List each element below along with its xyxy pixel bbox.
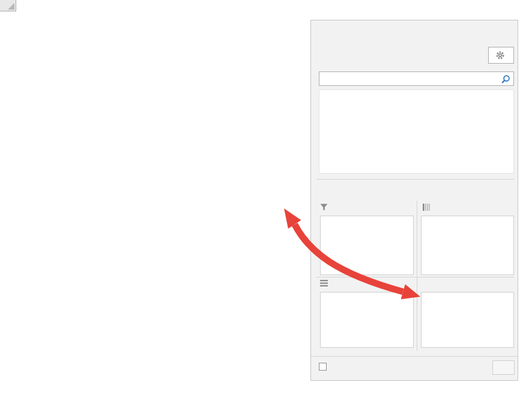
select-all-triangle-icon xyxy=(8,3,14,10)
search-input[interactable] xyxy=(322,73,498,85)
area-divider-vertical xyxy=(417,201,417,351)
field-search-box xyxy=(319,71,514,86)
gear-icon xyxy=(495,50,505,60)
excel-worksheet xyxy=(0,0,532,403)
area-divider-horizontal xyxy=(316,277,514,277)
columns-drop-area[interactable] xyxy=(421,216,514,275)
rows-icon xyxy=(320,280,328,286)
tools-button[interactable] xyxy=(488,47,514,64)
update-button[interactable] xyxy=(492,360,515,375)
search-icon[interactable] xyxy=(501,74,510,84)
defer-layout-checkbox[interactable] xyxy=(319,363,327,371)
filters-area-label xyxy=(320,204,332,211)
arrowhead-to-total-cell xyxy=(284,208,301,229)
columns-icon xyxy=(423,204,431,211)
columns-area-label xyxy=(423,204,435,211)
pivot-fields-pane xyxy=(310,20,518,381)
values-drop-area[interactable] xyxy=(421,292,514,348)
select-all-corner[interactable] xyxy=(0,0,16,11)
rows-drop-area[interactable] xyxy=(320,292,414,348)
pane-divider xyxy=(317,179,514,180)
filter-funnel-icon xyxy=(320,204,328,211)
field-list xyxy=(319,89,514,174)
filters-drop-area[interactable] xyxy=(320,216,414,275)
defer-layout-row[interactable] xyxy=(319,363,331,371)
rows-area-label xyxy=(320,280,332,286)
pane-bottom-divider xyxy=(311,356,518,357)
